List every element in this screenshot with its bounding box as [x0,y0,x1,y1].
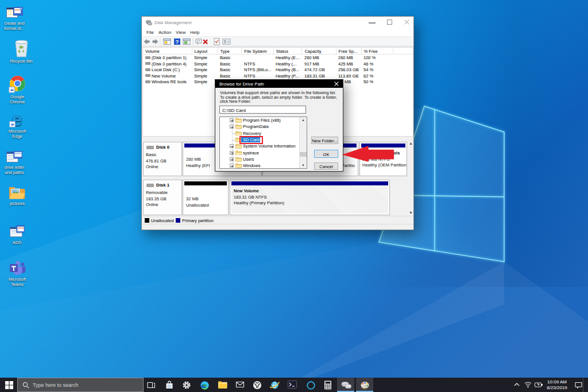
svg-text:?: ? [176,39,179,45]
svg-text:BETA: BETA [203,384,207,386]
